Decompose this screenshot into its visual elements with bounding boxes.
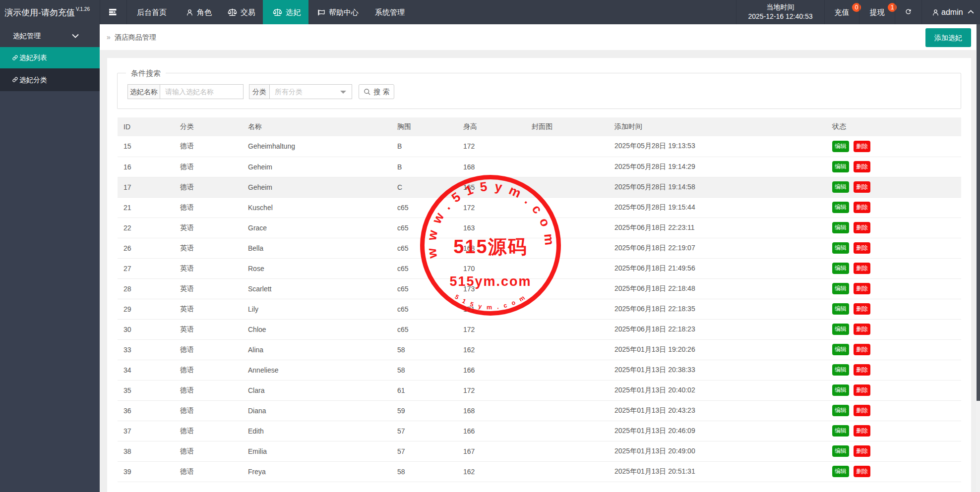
svg-text:515源码: 515源码 xyxy=(453,236,527,257)
svg-text:515ym.com: 515ym.com xyxy=(449,274,531,289)
